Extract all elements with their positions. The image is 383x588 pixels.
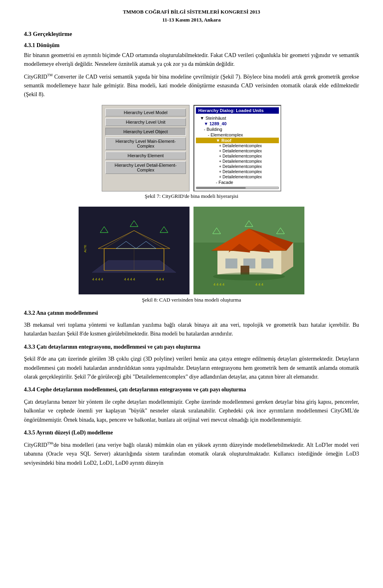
wireframe-building-image: 4 4 4 4 4 4 4 4 4 4 4 ALTE [79,207,190,294]
page-header: TMMOB COĞRAFİ BİLGİ SİSTEMLERİ KONGRESİ … [24,8,359,24]
para-432: 3B mekansal veri toplama yöntemi ve kull… [24,321,359,339]
para-434: Çatı detaylarına benzer bir yöntem ile c… [24,398,359,424]
figure-8-caption: Şekil 8: CAD verisinden bina modeli oluş… [24,297,359,303]
tree-item-elementcomplex: - Elementcomplex [196,132,279,138]
rendered-building-image: 4 4 4 4 4 4 4 [193,207,304,294]
rendered-svg: 4 4 4 4 4 4 4 [193,207,304,294]
hier-btn-model[interactable]: Hierarchy Level Model [105,109,186,116]
section-435-label: 4.3.5 Ayrıntı düzeyi (LoD) modelleme [24,428,359,437]
tm-superscript: TM [47,73,53,77]
tree-item-detail-3: + Detailelementcomplex [196,154,279,159]
svg-text:4 4 4 4: 4 4 4 4 [213,282,225,286]
para-433: Şekil 8'de ana çatı üzerinde görülen 3B … [24,355,359,381]
section-431-title: 4.3.1 Dönüşüm [24,42,359,49]
para-1: Bir binanın geometrisi en ayrıntılı biçi… [24,51,359,69]
svg-text:4 4 4 4: 4 4 4 4 [124,277,135,281]
para-citygrid: CityGRIDTM Converter ile CAD verisi sema… [24,72,359,99]
section-434-label: 4.3.4 Cephe detaylarının modellenmesi, ç… [24,385,359,394]
hier-btn-detail-element[interactable]: Hierarchy Level Detail-Element-Complex [105,161,186,174]
header-line1: TMMOB COĞRAFİ BİLGİ SİSTEMLERİ KONGRESİ … [24,8,359,16]
hier-btn-main-element[interactable]: Hierarchy Level Main-Element-Complex [105,137,186,150]
tree-item-detail-5: + Detailelementcomplex [196,164,279,169]
svg-point-33 [213,272,285,280]
wireframe-svg: 4 4 4 4 4 4 4 4 4 4 4 ALTE [80,209,188,292]
svg-rect-28 [225,258,237,268]
header-line2: 11-13 Kasım 2013, Ankara [24,16,359,24]
tree-item-detail-7: + Detailelementcomplex [196,174,279,180]
tree-item-facade: - Facade [196,180,279,185]
svg-text:4 4 4: 4 4 4 [255,282,263,286]
tree-item-detail-1: + Detailelementcomplex [196,143,279,148]
svg-text:4 4 4 4: 4 4 4 4 [92,277,103,281]
tree-item-1289: ▼ 1289_40 [196,121,279,126]
svg-text:4 4 4: 4 4 4 [156,277,164,281]
hier-btn-element[interactable]: Hierarchy Element [105,152,186,160]
section-433-label: 4.3.3 Çatı detaylarının entegrasyonu, mo… [24,343,359,351]
figure-7-container: Hierarchy Level Model Hierarchy Level Un… [24,105,359,191]
tree-item-detail-6: + Detailelementcomplex [196,169,279,174]
hier-btn-object[interactable]: Hierarchy Level Object [105,128,186,136]
svg-rect-30 [261,258,273,268]
tree-item-building: - Building [196,126,279,132]
tm-sup-435: TM [47,441,53,445]
tree-title: Hierarchy Dialog: Loaded Units [196,107,279,114]
hierarchy-tree-panel: Hierarchy Dialog: Loaded Units ▼ Steinhä… [193,105,281,191]
svg-text:ALTE: ALTE [83,245,87,252]
tree-item-steinhaust: ▼ Steinhäust [196,115,279,121]
tree-item-detail-4: + Detailelementcomplex [196,159,279,164]
tree-item-roof: ▼ Roof [196,138,279,143]
section-432-label: 4.3.2 Ana çatının modellenmesi [24,309,359,318]
hierarchy-buttons-panel: Hierarchy Level Model Hierarchy Level Un… [102,105,190,191]
figure-7-caption: Şekil 7: CityGRID'de bina modeli hiyerar… [24,193,359,199]
tree-scrollbar[interactable] [196,187,279,189]
para-435: CityGRIDTM'de bina modelleri (ana veriye… [24,440,359,468]
figure-8-container: 4 4 4 4 4 4 4 4 4 4 4 ALTE [24,207,359,294]
hier-btn-unit[interactable]: Hierarchy Level Unit [105,118,186,126]
section-43-title: 4.3 Gerçekleştirme [24,31,359,37]
tree-item-detail-2: + Detailelementcomplex [196,148,279,154]
